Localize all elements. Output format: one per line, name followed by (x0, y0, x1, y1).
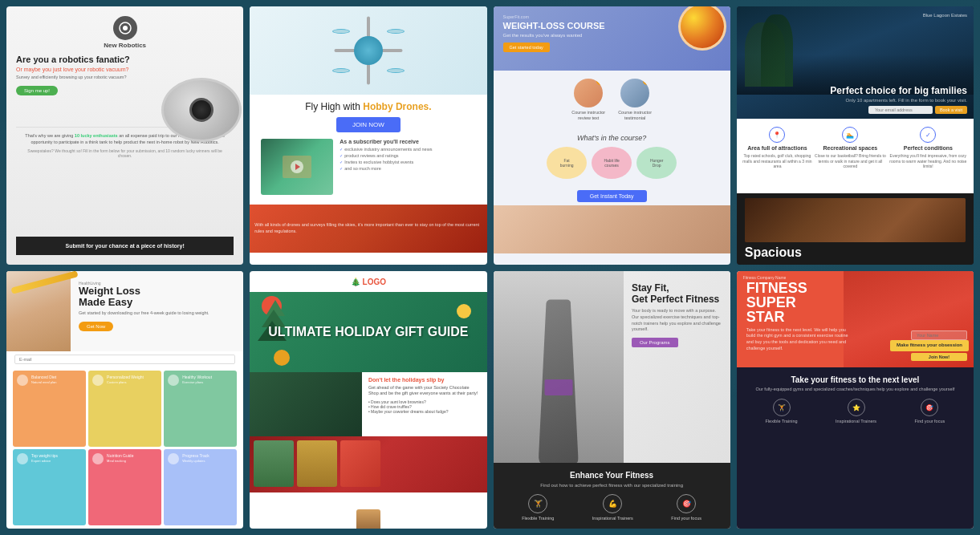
card-blue-lagoon[interactable]: Blue Lagoon Estates Perfect choice for b… (737, 6, 974, 265)
get-instant-button[interactable]: Get Instant Today (577, 190, 647, 202)
drone-bottom-image: With all kinds of drones and surveys fil… (250, 205, 486, 253)
feature-icon-3 (168, 375, 179, 386)
cta-area: Get Instant Today (494, 184, 730, 205)
superstar-subtitle: Take your fitness to the next level. We … (746, 327, 856, 352)
feature-card-3: Healthy WorkoutExercise plans (164, 371, 237, 447)
spacious-image (745, 198, 966, 242)
food-inner (681, 6, 724, 48)
bf-flexible: 🏋 Flexible Training (766, 399, 798, 424)
estate-hero-subtitle: Only 10 apartments left. Fill in the for… (830, 98, 967, 103)
feat-label-focus: Find your focus (671, 516, 701, 521)
drone-model (332, 29, 405, 73)
card-fitness-superstar[interactable]: Fitness Company Name FITNESSSUPERSTAR Ta… (737, 271, 974, 529)
headline: Are you a robotics fanatic? (16, 54, 165, 65)
bf-label-flexible: Flexible Training (766, 419, 798, 424)
quote-badge: " (596, 79, 603, 85)
email-input-5[interactable] (14, 355, 235, 364)
superstar-hero: Fitness Company Name FITNESSSUPERSTAR Ta… (737, 271, 974, 367)
feature-icon-4 (17, 453, 28, 464)
bottom-title-7: Enhance Your Fitness (503, 471, 721, 480)
feature-icon-6 (168, 453, 179, 464)
fitness-bottom: Enhance Your Fitness Find out how to ach… (494, 463, 730, 529)
athlete-image (494, 271, 624, 464)
email-search-input[interactable] (868, 106, 933, 114)
section-title: What's in the course? (494, 129, 730, 147)
feature-desc-1: Top rated schools, golf club, shopping m… (742, 153, 813, 169)
spacious-section: Spacious (737, 193, 974, 265)
holiday-bottom-image (250, 436, 486, 492)
ornament-2 (457, 304, 471, 318)
content-text-6: Get ahead of the game with your Society … (368, 385, 481, 397)
card-weight-loss-course[interactable]: SuperFit.com WEIGHT-LOSS COURSE Get the … (494, 6, 730, 265)
drone-prop-br (387, 68, 405, 73)
feature-icon-2 (92, 375, 104, 386)
feature-icon-1 (17, 375, 28, 386)
avatar-female: " (574, 79, 603, 107)
drone-prop-tr (387, 29, 405, 34)
superstar-athlete-photo: Make fitness your obsession Join Now! (844, 271, 974, 367)
quote-badge-2: " (643, 79, 649, 85)
feature-desc-2: Close to our basketball? Bring friends t… (813, 153, 888, 169)
feature-attractions: 📍 Area full of attractions Top rated sch… (742, 127, 813, 185)
woman-photo (494, 205, 730, 253)
avatar-male: " (620, 79, 649, 107)
bf-icon-flexible: 🏋 (773, 399, 791, 416)
email-row (6, 351, 243, 367)
superstar-title: FITNESSSUPERSTAR (746, 281, 856, 324)
card-stay-fit[interactable]: Stay Fit,Get Perfect Fitness Your body i… (494, 271, 730, 529)
bottom-title-8: Take your fitness to the next level (746, 375, 964, 384)
feat-inspirational: 💪 Inspirational Trainers (592, 494, 633, 521)
estate-features: 📍 Area full of attractions Top rated sch… (737, 119, 974, 193)
join-button-8[interactable]: Join Now! (911, 353, 967, 361)
woman-photo-5 (6, 271, 71, 351)
feat-flexible: 🏋 Flexible Training (522, 494, 554, 521)
course-circle-1: Fatburning (547, 147, 587, 179)
book-visit-button[interactable]: Book a visit (935, 106, 967, 114)
card-hobby-drones[interactable]: Fly High with Hobby Drones. JOIN NOW As … (250, 6, 486, 265)
feature-text-6: Progress TrackWeekly updates (182, 453, 209, 464)
feature-card-4: Top weight tipsExpert advice (13, 449, 86, 525)
subscriber-benefits: As a subscriber you'll receive exclusive… (340, 139, 475, 195)
drone-prop-tl (332, 29, 350, 34)
feat-icon-focus: 🎯 (677, 494, 696, 513)
join-button[interactable]: JOIN NOW (336, 117, 401, 132)
fitness-hero: Stay Fit,Get Perfect Fitness Your body i… (494, 271, 730, 464)
estate-hero-title: Perfect choice for big families (830, 85, 967, 96)
bottom-text-8: Our fully-equipped gyms and specialized … (746, 387, 964, 393)
hero-text-overlay: Perfect choice for big families Only 10 … (830, 85, 967, 103)
list-item-2: product reviews and ratings (340, 153, 475, 158)
feature-grid: Balanced DietNatural meal plan Personali… (6, 367, 243, 529)
programs-button[interactable]: Our Programs (632, 338, 678, 347)
list-items-6: • Does your aunt love brownies?• How did… (368, 399, 481, 414)
feature-text-2: Personalized WeightCustom plans (107, 375, 144, 385)
course-hero-banner: SuperFit.com WEIGHT-LOSS COURSE Get the … (494, 6, 730, 71)
banner-title: ULTIMATE HOLIDAY GIFT GUIDE (268, 325, 468, 339)
list-item-4: and so much more (340, 166, 475, 171)
make-fitness-button[interactable]: Make fitness your obsession (890, 340, 969, 351)
get-now-button[interactable]: Get Now (79, 322, 113, 331)
robot-image (161, 78, 242, 142)
feat-label-flexible: Flexible Training (522, 516, 554, 521)
holiday-logo: 🎄 LOGO (351, 278, 386, 286)
company-name: Fitness Company Name (743, 275, 787, 280)
card-new-robotics[interactable]: New Robotics Are you a robotics fanatic?… (6, 6, 243, 265)
aerial-photo (261, 139, 333, 195)
course-cta[interactable]: Get started today (503, 43, 550, 52)
feature-card-5: Nutrition GuideMeal tracking (88, 449, 161, 525)
estate-hero: Blue Lagoon Estates Perfect choice for b… (737, 6, 974, 119)
signup-button[interactable]: Sign me up! (16, 86, 58, 95)
feature-icon-recreational: 🏊 (842, 127, 858, 143)
feat-focus: 🎯 Find your focus (671, 494, 701, 521)
superstar-bottom: Take your fitness to the next level Our … (737, 367, 974, 529)
spacious-title: Spacious (745, 245, 966, 260)
ornament-3 (274, 350, 290, 366)
card-weight-loss-easy[interactable]: HealthLiving Weight LossMade Easy Get st… (6, 271, 243, 529)
card-holiday-gift[interactable]: 🎄 LOGO ULTIMATE HOLIDAY GIFT GUIDE Don't… (250, 271, 486, 529)
bottom-subtitle-7: Find out how to achieve perfect fitness … (503, 483, 721, 488)
instructor-female: " Course instructorreview text (571, 79, 605, 121)
feat-icon-flexible: 🏋 (528, 494, 547, 513)
body-text: Survey and efficiently browsing up your … (16, 75, 165, 81)
hero-text-7: Stay Fit,Get Perfect Fitness Your body i… (624, 271, 730, 464)
drone-content: Fly High with Hobby Drones. JOIN NOW As … (250, 95, 486, 201)
feature-icon-attractions: 📍 (769, 127, 785, 143)
